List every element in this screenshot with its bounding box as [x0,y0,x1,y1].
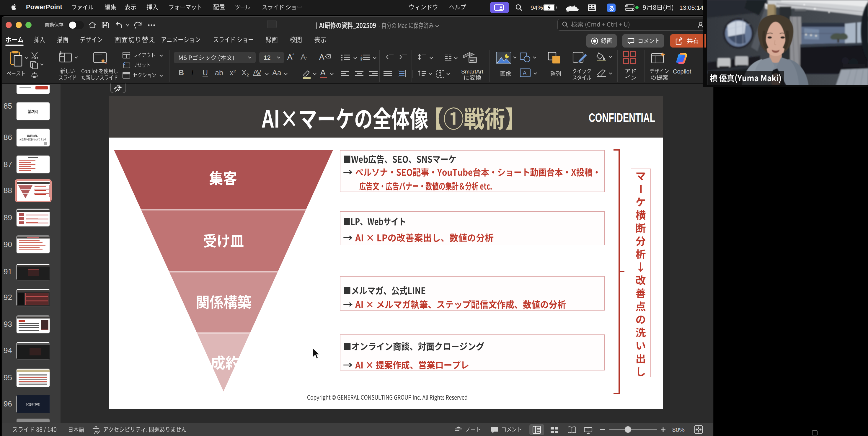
svg-text:A: A [523,70,526,76]
svg-text:3.: 3. [361,59,363,61]
